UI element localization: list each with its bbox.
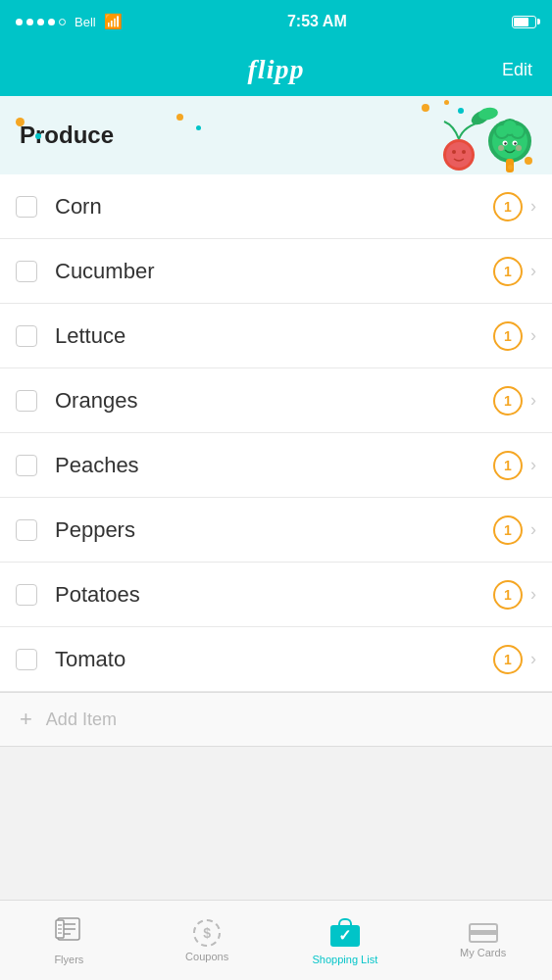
coupons-icon: $ — [193, 919, 221, 947]
chevron-icon-peaches: › — [530, 455, 536, 475]
item-checkbox-corn[interactable] — [16, 196, 37, 218]
category-banner: Produce — [0, 96, 552, 174]
item-count-corn[interactable]: 1 — [493, 192, 523, 221]
deco-dot-5 — [422, 104, 429, 112]
status-signal: Bell 📶 — [16, 13, 123, 30]
svg-point-3 — [462, 150, 466, 154]
veggie-svg — [429, 104, 537, 174]
svg-point-20 — [516, 145, 522, 151]
item-checkbox-lettuce[interactable] — [16, 325, 37, 347]
item-checkbox-potatoes[interactable] — [16, 584, 37, 606]
svg-point-1 — [446, 142, 472, 168]
item-count-lettuce[interactable]: 1 — [493, 321, 523, 351]
tab-flyers[interactable]: Flyers — [0, 915, 138, 965]
svg-point-17 — [504, 142, 506, 144]
item-name-oranges: Oranges — [55, 388, 493, 414]
item-count-potatoes[interactable]: 1 — [493, 580, 523, 610]
item-checkbox-tomato[interactable] — [16, 649, 37, 670]
svg-point-13 — [512, 125, 524, 137]
signal-dot-2 — [26, 19, 33, 25]
item-name-cucumber: Cucumber — [55, 259, 493, 284]
item-checkbox-peaches[interactable] — [16, 455, 37, 476]
tab-bar: Flyers $ Coupons ✓ Shopping List My Card… — [0, 900, 552, 980]
signal-dot-3 — [37, 19, 44, 25]
status-bar: Bell 📶 7:53 AM — [0, 0, 552, 43]
svg-point-18 — [514, 142, 516, 144]
deco-dot-9 — [508, 165, 513, 170]
list-item[interactable]: Tomato 1 › — [0, 627, 552, 692]
item-count-peppers[interactable]: 1 — [493, 515, 523, 545]
deco-dot-2 — [35, 133, 41, 139]
tab-flyers-label: Flyers — [54, 954, 83, 965]
app-logo: flipp — [248, 54, 305, 85]
chevron-icon-peppers: › — [530, 519, 536, 540]
produce-list: Corn 1 › Cucumber 1 › Lettuce 1 › Orange… — [0, 174, 552, 692]
tab-shopping-list-label: Shopping List — [313, 954, 378, 965]
status-time: 7:53 AM — [287, 13, 347, 30]
item-checkbox-cucumber[interactable] — [16, 261, 37, 282]
signal-dot-4 — [48, 19, 55, 25]
item-count-cucumber[interactable]: 1 — [493, 257, 523, 286]
tab-my-cards-label: My Cards — [460, 947, 506, 958]
add-item-placeholder: Add Item — [46, 710, 117, 730]
signal-dot-1 — [16, 19, 23, 25]
item-checkbox-oranges[interactable] — [16, 390, 37, 412]
status-battery — [512, 16, 536, 28]
category-illustration — [425, 96, 542, 174]
item-name-potatoes: Potatoes — [55, 582, 493, 608]
item-name-peaches: Peaches — [55, 453, 493, 478]
list-item[interactable]: Peppers 1 › — [0, 498, 552, 563]
add-plus-icon: + — [20, 707, 32, 732]
category-title: Produce — [20, 122, 114, 149]
add-item-row[interactable]: + Add Item — [0, 692, 552, 747]
item-count-tomato[interactable]: 1 — [493, 645, 523, 674]
list-item[interactable]: Oranges 1 › — [0, 368, 552, 433]
signal-dot-5 — [59, 19, 66, 25]
svg-point-2 — [452, 150, 456, 154]
app-header: flipp Edit — [0, 43, 552, 96]
chevron-icon-tomato: › — [530, 649, 536, 669]
item-checkbox-peppers[interactable] — [16, 519, 37, 541]
item-name-peppers: Peppers — [55, 517, 493, 543]
item-name-corn: Corn — [55, 194, 493, 220]
deco-dot-3 — [176, 114, 183, 121]
chevron-icon-corn: › — [530, 196, 536, 217]
chevron-icon-lettuce: › — [530, 325, 536, 346]
list-item[interactable]: Potatoes 1 › — [0, 563, 552, 627]
list-item[interactable]: Cucumber 1 › — [0, 239, 552, 304]
deco-dot-7 — [458, 108, 464, 114]
tab-my-cards[interactable]: My Cards — [414, 923, 552, 958]
flyers-icon — [55, 915, 82, 950]
item-count-peaches[interactable]: 1 — [493, 451, 523, 480]
shopping-list-icon: ✓ — [328, 916, 362, 950]
tab-shopping-list[interactable]: ✓ Shopping List — [276, 916, 415, 965]
deco-dot-4 — [196, 125, 201, 130]
list-item[interactable]: Corn 1 › — [0, 174, 552, 239]
deco-dot-1 — [16, 118, 25, 126]
svg-point-19 — [498, 145, 504, 151]
deco-dot-8 — [525, 157, 532, 165]
item-name-tomato: Tomato — [55, 647, 493, 672]
chevron-icon-cucumber: › — [530, 261, 536, 281]
carrier-label: Bell — [75, 15, 96, 29]
list-item[interactable]: Peaches 1 › — [0, 433, 552, 498]
chevron-icon-oranges: › — [530, 390, 536, 411]
deco-dot-6 — [444, 100, 449, 105]
chevron-icon-potatoes: › — [530, 584, 536, 605]
tab-coupons-label: Coupons — [185, 951, 228, 962]
item-count-oranges[interactable]: 1 — [493, 386, 523, 416]
tab-coupons[interactable]: $ Coupons — [138, 919, 276, 962]
battery-icon — [512, 16, 536, 28]
wifi-icon: 📶 — [104, 13, 123, 30]
battery-fill — [514, 18, 528, 26]
item-name-lettuce: Lettuce — [55, 323, 493, 349]
list-item[interactable]: Lettuce 1 › — [0, 304, 552, 368]
my-cards-icon — [469, 923, 498, 943]
edit-button[interactable]: Edit — [502, 60, 532, 80]
